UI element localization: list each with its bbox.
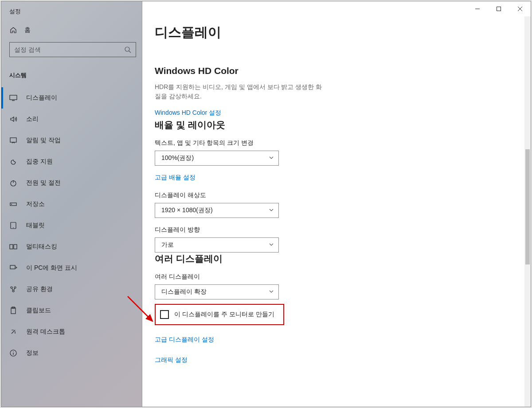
tablet-icon xyxy=(9,221,17,229)
close-button[interactable] xyxy=(509,1,531,16)
sidebar: 설정 홈 시스템 xyxy=(1,1,142,407)
svg-point-0 xyxy=(125,47,129,51)
svg-rect-2 xyxy=(10,138,16,142)
primary-monitor-checkbox[interactable]: 이 디스플레이를 주 모니터로 만들기 xyxy=(155,304,284,325)
svg-rect-1 xyxy=(10,95,17,100)
svg-point-11 xyxy=(14,287,16,288)
sidebar-item-about[interactable]: 정보 xyxy=(1,342,142,364)
clipboard-icon xyxy=(9,307,17,315)
minimize-button[interactable] xyxy=(467,1,488,16)
chevron-down-icon xyxy=(269,207,274,214)
hd-color-link[interactable]: Windows HD Color 설정 xyxy=(155,109,221,117)
advanced-display-link[interactable]: 고급 디스플레이 설정 xyxy=(155,336,214,344)
section-scale: 배율 및 레이아웃 텍스트, 앱 및 기타 항목의 크기 변경 100%(권장)… xyxy=(155,119,426,253)
svg-rect-8 xyxy=(14,245,17,249)
resolution-label: 디스플레이 해상도 xyxy=(155,191,426,199)
multi-mode-value: 디스플레이 확장 xyxy=(161,288,207,296)
sidebar-item-label: 저장소 xyxy=(26,200,45,208)
multi-mode-dropdown[interactable]: 디스플레이 확장 xyxy=(155,284,279,299)
svg-rect-9 xyxy=(10,265,15,269)
sidebar-item-label: 태블릿 xyxy=(26,221,45,229)
resolution-value: 1920 × 1080(권장) xyxy=(161,206,213,214)
settings-window: 설정 홈 시스템 xyxy=(1,1,531,407)
chevron-down-icon xyxy=(269,288,274,295)
sidebar-item-label: 소리 xyxy=(26,115,39,123)
multi-mode-label: 여러 디스플레이 xyxy=(155,273,426,281)
sidebar-item-focus[interactable]: 집중 지원 xyxy=(1,151,142,172)
sidebar-item-label: 멀티태스킹 xyxy=(26,243,57,251)
svg-point-12 xyxy=(12,290,14,292)
svg-rect-13 xyxy=(11,308,16,314)
nav-list: 디스플레이 소리 알림 및 작업 집중 지원 xyxy=(1,85,142,364)
content-pane: 디스플레이 Windows HD Color HDR를 지원하는 비디오, 게임… xyxy=(142,1,531,407)
hd-color-description: HDR를 지원하는 비디오, 게임 및 앱에서 보다 밝고 생생한 화질을 감상… xyxy=(155,82,323,101)
sidebar-item-label: 집중 지원 xyxy=(26,158,53,166)
sidebar-item-shared[interactable]: 공유 환경 xyxy=(1,279,142,300)
sidebar-item-label: 디스플레이 xyxy=(26,94,57,102)
sidebar-item-sound[interactable]: 소리 xyxy=(1,109,142,130)
sound-icon xyxy=(9,115,17,123)
sidebar-item-multitasking[interactable]: 멀티태스킹 xyxy=(1,236,142,257)
orientation-dropdown[interactable]: 가로 xyxy=(155,237,279,253)
scale-heading: 배율 및 레이아웃 xyxy=(155,119,426,131)
home-label: 홈 xyxy=(24,26,31,34)
text-size-label: 텍스트, 앱 및 기타 항목의 크기 변경 xyxy=(155,139,426,147)
chevron-down-icon xyxy=(269,241,274,249)
text-size-value: 100%(권장) xyxy=(161,154,194,162)
primary-monitor-label: 이 디스플레이를 주 모니터로 만들기 xyxy=(174,311,274,319)
sidebar-item-storage[interactable]: 저장소 xyxy=(1,194,142,215)
graphics-link[interactable]: 그래픽 설정 xyxy=(155,356,188,364)
power-icon xyxy=(9,179,17,187)
focus-icon xyxy=(9,158,17,166)
storage-icon xyxy=(9,200,17,208)
sidebar-item-label: 원격 데스크톱 xyxy=(26,328,65,336)
home-icon xyxy=(9,26,17,34)
resolution-dropdown[interactable]: 1920 × 1080(권장) xyxy=(155,203,279,218)
search-container xyxy=(1,39,142,61)
hd-color-heading: Windows HD Color xyxy=(155,66,426,76)
window-controls xyxy=(467,1,531,16)
section-hd-color: Windows HD Color HDR를 지원하는 비디오, 게임 및 앱에서… xyxy=(155,66,426,119)
sidebar-item-label: 정보 xyxy=(26,349,39,357)
orientation-value: 가로 xyxy=(161,241,174,249)
search-input[interactable] xyxy=(14,46,131,53)
sidebar-item-label: 알림 및 작업 xyxy=(26,136,61,144)
scrollbar-track[interactable] xyxy=(524,16,531,407)
scrollbar-thumb[interactable] xyxy=(525,149,530,264)
svg-point-5 xyxy=(12,204,12,205)
checkbox-box xyxy=(160,310,169,319)
content-inner: 디스플레이 Windows HD Color HDR를 지원하는 비디오, 게임… xyxy=(142,1,426,384)
svg-rect-7 xyxy=(10,245,13,249)
sidebar-item-notifications[interactable]: 알림 및 작업 xyxy=(1,130,142,151)
maximize-button[interactable] xyxy=(488,1,509,16)
sidebar-item-label: 공유 환경 xyxy=(26,285,53,293)
multitasking-icon xyxy=(9,243,17,251)
page-title: 디스플레이 xyxy=(155,23,426,42)
chevron-down-icon xyxy=(269,155,274,162)
sidebar-item-clipboard[interactable]: 클립보드 xyxy=(1,300,142,321)
sidebar-item-display[interactable]: 디스플레이 xyxy=(1,87,142,109)
notifications-icon xyxy=(9,136,17,144)
sidebar-item-power[interactable]: 전원 및 절전 xyxy=(1,172,142,194)
section-multi: 여러 디스플레이 여러 디스플레이 디스플레이 확장 이 디스플레이를 주 모니… xyxy=(155,253,426,366)
home-button[interactable]: 홈 xyxy=(1,22,142,39)
projecting-icon xyxy=(9,264,17,272)
svg-point-10 xyxy=(11,287,12,288)
advanced-scale-link[interactable]: 고급 배율 설정 xyxy=(155,174,196,182)
sidebar-item-label: 전원 및 절전 xyxy=(26,179,61,187)
shared-icon xyxy=(9,285,17,293)
sidebar-item-projecting[interactable]: 이 PC에 화면 표시 xyxy=(1,257,142,279)
sidebar-item-label: 클립보드 xyxy=(26,307,51,315)
orientation-label: 디스플레이 방향 xyxy=(155,226,426,234)
multi-heading: 여러 디스플레이 xyxy=(155,253,426,265)
window-title: 설정 xyxy=(1,1,142,22)
sidebar-item-tablet[interactable]: 태블릿 xyxy=(1,215,142,236)
display-icon xyxy=(9,94,17,102)
sidebar-item-remote[interactable]: 원격 데스크톱 xyxy=(1,321,142,342)
search-box[interactable] xyxy=(9,42,136,57)
sidebar-item-label: 이 PC에 화면 표시 xyxy=(26,264,77,272)
svg-rect-16 xyxy=(497,7,501,11)
info-icon xyxy=(9,349,17,357)
search-icon xyxy=(124,46,131,55)
text-size-dropdown[interactable]: 100%(권장) xyxy=(155,151,279,166)
